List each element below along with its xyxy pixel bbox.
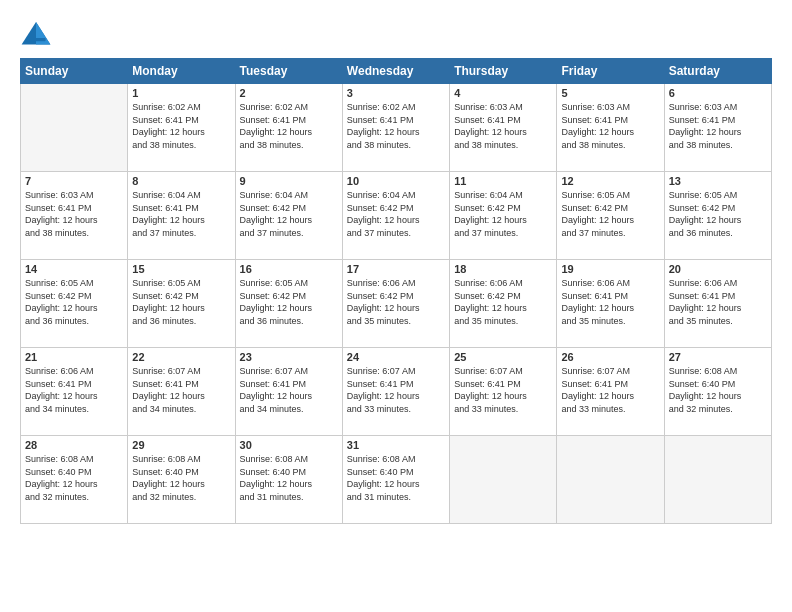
calendar-cell (21, 84, 128, 172)
day-info: Sunrise: 6:06 AM Sunset: 6:41 PM Dayligh… (561, 277, 659, 327)
calendar-cell: 30Sunrise: 6:08 AM Sunset: 6:40 PM Dayli… (235, 436, 342, 524)
calendar-cell: 27Sunrise: 6:08 AM Sunset: 6:40 PM Dayli… (664, 348, 771, 436)
calendar-cell: 11Sunrise: 6:04 AM Sunset: 6:42 PM Dayli… (450, 172, 557, 260)
calendar-header-saturday: Saturday (664, 59, 771, 84)
day-info: Sunrise: 6:08 AM Sunset: 6:40 PM Dayligh… (669, 365, 767, 415)
calendar-cell: 26Sunrise: 6:07 AM Sunset: 6:41 PM Dayli… (557, 348, 664, 436)
day-info: Sunrise: 6:02 AM Sunset: 6:41 PM Dayligh… (240, 101, 338, 151)
calendar-cell: 28Sunrise: 6:08 AM Sunset: 6:40 PM Dayli… (21, 436, 128, 524)
calendar-header-monday: Monday (128, 59, 235, 84)
page: SundayMondayTuesdayWednesdayThursdayFrid… (0, 0, 792, 612)
calendar-header-sunday: Sunday (21, 59, 128, 84)
day-info: Sunrise: 6:05 AM Sunset: 6:42 PM Dayligh… (132, 277, 230, 327)
calendar-cell: 10Sunrise: 6:04 AM Sunset: 6:42 PM Dayli… (342, 172, 449, 260)
day-number: 18 (454, 263, 552, 275)
day-info: Sunrise: 6:06 AM Sunset: 6:41 PM Dayligh… (669, 277, 767, 327)
calendar-cell: 2Sunrise: 6:02 AM Sunset: 6:41 PM Daylig… (235, 84, 342, 172)
day-number: 7 (25, 175, 123, 187)
day-info: Sunrise: 6:06 AM Sunset: 6:42 PM Dayligh… (454, 277, 552, 327)
day-number: 21 (25, 351, 123, 363)
day-number: 29 (132, 439, 230, 451)
calendar-cell: 4Sunrise: 6:03 AM Sunset: 6:41 PM Daylig… (450, 84, 557, 172)
day-number: 23 (240, 351, 338, 363)
day-info: Sunrise: 6:03 AM Sunset: 6:41 PM Dayligh… (669, 101, 767, 151)
calendar-cell: 14Sunrise: 6:05 AM Sunset: 6:42 PM Dayli… (21, 260, 128, 348)
day-number: 13 (669, 175, 767, 187)
calendar-cell: 23Sunrise: 6:07 AM Sunset: 6:41 PM Dayli… (235, 348, 342, 436)
day-info: Sunrise: 6:04 AM Sunset: 6:42 PM Dayligh… (347, 189, 445, 239)
day-info: Sunrise: 6:07 AM Sunset: 6:41 PM Dayligh… (561, 365, 659, 415)
calendar-week-1: 1Sunrise: 6:02 AM Sunset: 6:41 PM Daylig… (21, 84, 772, 172)
header (20, 20, 772, 48)
calendar-header-thursday: Thursday (450, 59, 557, 84)
calendar-cell: 1Sunrise: 6:02 AM Sunset: 6:41 PM Daylig… (128, 84, 235, 172)
day-number: 16 (240, 263, 338, 275)
day-info: Sunrise: 6:06 AM Sunset: 6:41 PM Dayligh… (25, 365, 123, 415)
day-number: 2 (240, 87, 338, 99)
calendar-week-3: 14Sunrise: 6:05 AM Sunset: 6:42 PM Dayli… (21, 260, 772, 348)
logo-icon (20, 20, 52, 48)
calendar-header-tuesday: Tuesday (235, 59, 342, 84)
calendar-cell: 13Sunrise: 6:05 AM Sunset: 6:42 PM Dayli… (664, 172, 771, 260)
calendar-cell: 12Sunrise: 6:05 AM Sunset: 6:42 PM Dayli… (557, 172, 664, 260)
calendar-cell: 3Sunrise: 6:02 AM Sunset: 6:41 PM Daylig… (342, 84, 449, 172)
day-info: Sunrise: 6:03 AM Sunset: 6:41 PM Dayligh… (561, 101, 659, 151)
day-info: Sunrise: 6:02 AM Sunset: 6:41 PM Dayligh… (347, 101, 445, 151)
calendar-cell: 9Sunrise: 6:04 AM Sunset: 6:42 PM Daylig… (235, 172, 342, 260)
calendar-cell: 24Sunrise: 6:07 AM Sunset: 6:41 PM Dayli… (342, 348, 449, 436)
day-info: Sunrise: 6:08 AM Sunset: 6:40 PM Dayligh… (25, 453, 123, 503)
calendar-cell: 6Sunrise: 6:03 AM Sunset: 6:41 PM Daylig… (664, 84, 771, 172)
day-number: 5 (561, 87, 659, 99)
calendar-header-friday: Friday (557, 59, 664, 84)
day-info: Sunrise: 6:07 AM Sunset: 6:41 PM Dayligh… (132, 365, 230, 415)
calendar-cell: 16Sunrise: 6:05 AM Sunset: 6:42 PM Dayli… (235, 260, 342, 348)
calendar-cell: 21Sunrise: 6:06 AM Sunset: 6:41 PM Dayli… (21, 348, 128, 436)
calendar-cell (664, 436, 771, 524)
day-number: 15 (132, 263, 230, 275)
calendar-cell: 19Sunrise: 6:06 AM Sunset: 6:41 PM Dayli… (557, 260, 664, 348)
day-info: Sunrise: 6:05 AM Sunset: 6:42 PM Dayligh… (240, 277, 338, 327)
day-number: 31 (347, 439, 445, 451)
day-number: 9 (240, 175, 338, 187)
day-number: 22 (132, 351, 230, 363)
day-info: Sunrise: 6:05 AM Sunset: 6:42 PM Dayligh… (669, 189, 767, 239)
calendar-cell: 25Sunrise: 6:07 AM Sunset: 6:41 PM Dayli… (450, 348, 557, 436)
day-number: 20 (669, 263, 767, 275)
day-info: Sunrise: 6:04 AM Sunset: 6:42 PM Dayligh… (240, 189, 338, 239)
day-number: 11 (454, 175, 552, 187)
day-number: 27 (669, 351, 767, 363)
day-number: 14 (25, 263, 123, 275)
day-info: Sunrise: 6:02 AM Sunset: 6:41 PM Dayligh… (132, 101, 230, 151)
calendar-table: SundayMondayTuesdayWednesdayThursdayFrid… (20, 58, 772, 524)
day-number: 12 (561, 175, 659, 187)
calendar-week-2: 7Sunrise: 6:03 AM Sunset: 6:41 PM Daylig… (21, 172, 772, 260)
calendar-cell: 8Sunrise: 6:04 AM Sunset: 6:41 PM Daylig… (128, 172, 235, 260)
day-info: Sunrise: 6:03 AM Sunset: 6:41 PM Dayligh… (25, 189, 123, 239)
day-info: Sunrise: 6:06 AM Sunset: 6:42 PM Dayligh… (347, 277, 445, 327)
calendar-cell: 5Sunrise: 6:03 AM Sunset: 6:41 PM Daylig… (557, 84, 664, 172)
day-number: 28 (25, 439, 123, 451)
day-info: Sunrise: 6:08 AM Sunset: 6:40 PM Dayligh… (132, 453, 230, 503)
calendar-cell: 15Sunrise: 6:05 AM Sunset: 6:42 PM Dayli… (128, 260, 235, 348)
day-info: Sunrise: 6:04 AM Sunset: 6:42 PM Dayligh… (454, 189, 552, 239)
calendar-week-5: 28Sunrise: 6:08 AM Sunset: 6:40 PM Dayli… (21, 436, 772, 524)
calendar-header-row: SundayMondayTuesdayWednesdayThursdayFrid… (21, 59, 772, 84)
day-number: 19 (561, 263, 659, 275)
calendar-cell: 18Sunrise: 6:06 AM Sunset: 6:42 PM Dayli… (450, 260, 557, 348)
day-number: 6 (669, 87, 767, 99)
day-info: Sunrise: 6:07 AM Sunset: 6:41 PM Dayligh… (347, 365, 445, 415)
calendar-header-wednesday: Wednesday (342, 59, 449, 84)
calendar-week-4: 21Sunrise: 6:06 AM Sunset: 6:41 PM Dayli… (21, 348, 772, 436)
day-number: 3 (347, 87, 445, 99)
calendar-cell: 7Sunrise: 6:03 AM Sunset: 6:41 PM Daylig… (21, 172, 128, 260)
day-info: Sunrise: 6:08 AM Sunset: 6:40 PM Dayligh… (347, 453, 445, 503)
day-number: 25 (454, 351, 552, 363)
day-number: 26 (561, 351, 659, 363)
day-info: Sunrise: 6:08 AM Sunset: 6:40 PM Dayligh… (240, 453, 338, 503)
day-number: 17 (347, 263, 445, 275)
day-info: Sunrise: 6:07 AM Sunset: 6:41 PM Dayligh… (454, 365, 552, 415)
day-number: 8 (132, 175, 230, 187)
calendar-cell: 20Sunrise: 6:06 AM Sunset: 6:41 PM Dayli… (664, 260, 771, 348)
calendar-cell (557, 436, 664, 524)
calendar-cell: 17Sunrise: 6:06 AM Sunset: 6:42 PM Dayli… (342, 260, 449, 348)
